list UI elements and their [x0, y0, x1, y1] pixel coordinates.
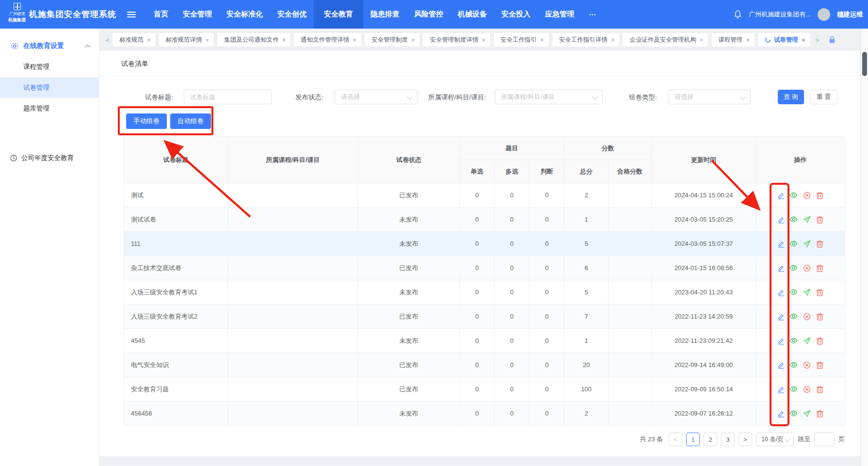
tab-2[interactable]: 标准规范详情× — [159, 32, 215, 47]
avatar[interactable] — [818, 8, 830, 21]
delete-icon[interactable] — [814, 289, 826, 296]
sidebar-item-1[interactable]: 课程管理 — [0, 56, 99, 77]
view-icon[interactable] — [788, 386, 800, 393]
delete-icon[interactable] — [814, 216, 826, 224]
page-button-3[interactable]: 3 — [721, 433, 735, 446]
course-select[interactable]: 所属课程/科目/课目 — [495, 90, 603, 104]
edit-icon[interactable] — [775, 216, 788, 224]
sidebar-item-3[interactable]: 题库管理 — [0, 98, 99, 119]
unpublish-icon[interactable] — [801, 386, 813, 393]
delete-icon[interactable] — [814, 264, 826, 272]
paper-title-input[interactable] — [184, 90, 271, 104]
lock-icon[interactable] — [829, 36, 836, 44]
auto-compose-button[interactable]: 自动组卷 — [170, 113, 211, 129]
reset-button[interactable]: 重 置 — [810, 90, 837, 104]
view-icon[interactable] — [788, 313, 800, 320]
unpublish-icon[interactable] — [801, 361, 813, 369]
delete-icon[interactable] — [814, 361, 826, 369]
nav-item-2[interactable]: 安全管理 — [176, 0, 219, 29]
delete-icon[interactable] — [814, 192, 826, 199]
nav-item-11[interactable]: ⋯ — [581, 0, 603, 29]
company-name[interactable]: 广州机施建设集团有... — [749, 10, 811, 19]
tab-1[interactable]: 标准规范× — [112, 32, 156, 47]
delete-icon[interactable] — [814, 337, 826, 345]
close-tab-icon[interactable]: × — [482, 37, 485, 43]
view-icon[interactable] — [788, 410, 800, 417]
scrollbar-track[interactable] — [861, 29, 868, 466]
publish-icon[interactable] — [801, 216, 813, 224]
page-button-1[interactable]: 1 — [686, 433, 700, 446]
sidebar-item-2[interactable]: 试卷管理 — [0, 77, 99, 98]
view-icon[interactable] — [788, 337, 800, 344]
nav-item-3[interactable]: 安全标准化 — [219, 0, 270, 29]
view-icon[interactable] — [788, 289, 800, 296]
edit-icon[interactable] — [775, 192, 788, 199]
publish-icon[interactable] — [801, 337, 813, 345]
nav-item-4[interactable]: 安全创优 — [270, 0, 314, 29]
publish-icon[interactable] — [801, 410, 813, 418]
nav-item-8[interactable]: 机械设备 — [450, 0, 494, 29]
nav-item-10[interactable]: 应急管理 — [538, 0, 581, 29]
unpublish-icon[interactable] — [801, 264, 813, 272]
nav-item-1[interactable]: 首页 — [146, 0, 176, 29]
nav-item-5[interactable]: 安全教育 — [314, 0, 363, 29]
view-icon[interactable] — [788, 216, 800, 223]
tabs-scroll-right-icon[interactable]: > — [813, 32, 822, 47]
page-size-select[interactable]: 10 条/页 — [756, 433, 794, 446]
edit-icon[interactable] — [775, 240, 788, 248]
close-tab-icon[interactable]: × — [746, 37, 750, 43]
tab-4[interactable]: 通知文件管理详情× — [293, 32, 362, 47]
edit-icon[interactable] — [775, 386, 788, 393]
scrollbar-thumb[interactable] — [862, 52, 867, 76]
page-button-2[interactable]: 2 — [704, 433, 717, 446]
view-icon[interactable] — [788, 264, 800, 272]
close-tab-icon[interactable]: × — [700, 37, 704, 43]
prev-page-button[interactable]: < — [669, 433, 682, 446]
edit-icon[interactable] — [775, 264, 788, 272]
tab-9[interactable]: 企业证件及安全管理机构× — [622, 32, 708, 47]
view-icon[interactable] — [788, 361, 800, 369]
tab-3[interactable]: 集团及公司通知文件× — [217, 32, 291, 47]
nav-item-9[interactable]: 安全投入 — [494, 0, 538, 29]
delete-icon[interactable] — [814, 240, 826, 248]
tab-8[interactable]: 安全工作指引详情× — [552, 32, 620, 47]
jump-page-input[interactable] — [814, 433, 835, 446]
close-tab-icon[interactable]: × — [147, 37, 151, 43]
sidebar-group-online-education[interactable]: 在线教育设置 — [0, 36, 99, 56]
view-icon[interactable] — [788, 192, 800, 199]
tab-5[interactable]: 安全管理制度× — [364, 32, 420, 47]
unpublish-icon[interactable] — [801, 313, 813, 321]
edit-icon[interactable] — [775, 313, 788, 321]
close-tab-icon[interactable]: × — [353, 37, 356, 43]
sidebar-item-company-annual-education[interactable]: 公司年度安全教育 — [0, 147, 99, 168]
next-page-button[interactable]: > — [739, 433, 752, 446]
edit-icon[interactable] — [775, 289, 788, 296]
unpublish-icon[interactable] — [801, 192, 813, 199]
delete-icon[interactable] — [814, 313, 826, 321]
publish-icon[interactable] — [801, 289, 813, 296]
edit-icon[interactable] — [775, 337, 788, 345]
tab-11[interactable]: 试卷管理× — [757, 32, 811, 47]
publish-status-select[interactable]: 请选择 — [335, 90, 418, 104]
nav-item-6[interactable]: 隐患排查 — [363, 0, 407, 29]
delete-icon[interactable] — [814, 410, 826, 418]
close-tab-icon[interactable]: × — [411, 37, 415, 43]
compose-type-select[interactable]: 请选择 — [668, 90, 751, 104]
close-tab-icon[interactable]: × — [802, 37, 805, 43]
bell-icon[interactable] — [734, 10, 742, 19]
close-tab-icon[interactable]: × — [540, 37, 544, 43]
tab-7[interactable]: 安全工作指引× — [493, 32, 549, 47]
close-tab-icon[interactable]: × — [206, 37, 209, 43]
tab-6[interactable]: 安全管理制度详情× — [422, 32, 491, 47]
menu-collapse-icon[interactable] — [127, 0, 136, 29]
tabs-scroll-left-icon[interactable]: < — [103, 32, 112, 47]
tab-10[interactable]: 课程管理× — [711, 32, 755, 47]
delete-icon[interactable] — [814, 386, 826, 393]
nav-item-7[interactable]: 风险管控 — [407, 0, 450, 29]
edit-icon[interactable] — [775, 361, 788, 369]
edit-icon[interactable] — [775, 410, 788, 418]
close-tab-icon[interactable]: × — [282, 37, 286, 43]
username[interactable]: 穗建运维 — [837, 10, 863, 19]
manual-compose-button[interactable]: 手动组卷 — [126, 113, 167, 129]
publish-icon[interactable] — [801, 240, 813, 248]
